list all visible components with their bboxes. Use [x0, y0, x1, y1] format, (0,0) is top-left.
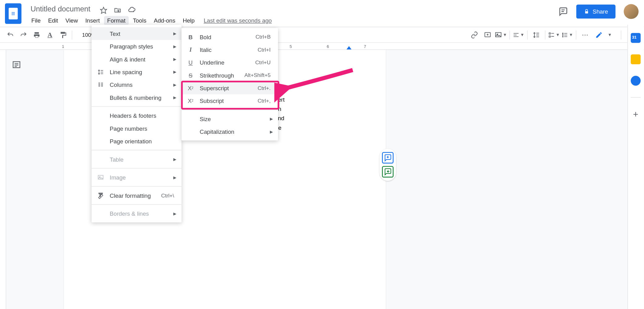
- text-capitalization[interactable]: Capitalization▶: [182, 125, 278, 138]
- format-align-indent[interactable]: Align & indent▶: [92, 53, 182, 66]
- add-comment-button[interactable]: [482, 29, 494, 40]
- underline-icon: U: [187, 58, 195, 67]
- document-outline-button[interactable]: [10, 58, 23, 71]
- strikethrough-icon: S: [187, 71, 195, 79]
- bold-icon: B: [187, 33, 195, 41]
- format-page-orientation[interactable]: Page orientation: [92, 135, 182, 147]
- print-button[interactable]: [31, 29, 43, 40]
- chevron-down-icon: ▼: [608, 32, 612, 37]
- line-spacing-button[interactable]: [530, 29, 542, 40]
- svg-marker-0: [101, 7, 107, 13]
- add-addon-button[interactable]: +: [633, 109, 638, 120]
- format-image: Image▶: [92, 171, 182, 184]
- shortcut-label: Ctrl+I: [258, 47, 271, 53]
- svg-rect-17: [549, 36, 550, 37]
- line-spacing-icon: [97, 68, 105, 76]
- last-edit-link[interactable]: Last edit was seconds ago: [204, 17, 272, 24]
- menu-tools[interactable]: Tools: [130, 16, 150, 25]
- ruler-mark: 7: [364, 44, 366, 49]
- format-line-spacing[interactable]: Line spacing▶: [92, 66, 182, 78]
- undo-button[interactable]: [4, 29, 16, 40]
- redo-button[interactable]: [17, 29, 30, 40]
- text-underline[interactable]: U Underline Ctrl+U: [182, 56, 278, 69]
- format-page-numbers[interactable]: Page numbers: [92, 122, 182, 135]
- docs-logo-icon[interactable]: [5, 3, 21, 24]
- vertical-ruler[interactable]: [0, 50, 6, 309]
- shortcut-label: Ctrl+B: [256, 34, 271, 40]
- clear-format-icon: [97, 191, 105, 200]
- pen-icon: [595, 31, 603, 39]
- text-bold[interactable]: B Bold Ctrl+B: [182, 31, 278, 43]
- share-label: Share: [593, 8, 608, 15]
- menu-file[interactable]: File: [28, 16, 44, 25]
- ruler-mark: 5: [290, 44, 292, 49]
- cloud-status-icon[interactable]: [128, 6, 136, 14]
- format-clear-formatting[interactable]: Clear formatting Ctrl+\: [92, 189, 182, 202]
- share-button[interactable]: Share: [576, 5, 616, 19]
- editing-mode-button[interactable]: ▼: [592, 29, 615, 40]
- checklist-button[interactable]: ▼: [548, 29, 560, 40]
- lock-icon: [584, 9, 590, 15]
- format-table: Table▶: [92, 153, 182, 166]
- side-panel: +: [627, 25, 643, 309]
- menu-help[interactable]: Help: [179, 16, 198, 25]
- shortcut-label: Ctrl+\: [161, 193, 174, 199]
- annotation-highlight: [181, 81, 279, 109]
- bulleted-list-button[interactable]: ▼: [561, 29, 573, 40]
- svg-point-19: [563, 33, 564, 34]
- italic-icon: I: [187, 45, 195, 54]
- image-icon: [97, 173, 105, 182]
- document-title[interactable]: Untitled document: [28, 3, 93, 15]
- align-button[interactable]: ▼: [512, 29, 525, 40]
- menu-insert[interactable]: Insert: [82, 16, 103, 25]
- format-columns[interactable]: Columns▶: [92, 78, 182, 91]
- suggest-edits-pill[interactable]: [382, 166, 393, 177]
- menu-addons[interactable]: Add-ons: [150, 16, 179, 25]
- svg-point-21: [563, 34, 564, 35]
- tasks-app-icon[interactable]: [631, 76, 641, 86]
- svg-point-23: [563, 36, 564, 37]
- paint-format-button[interactable]: [57, 29, 69, 40]
- more-button[interactable]: ⋯: [579, 29, 591, 40]
- format-text[interactable]: Text▶: [92, 27, 182, 40]
- comment-history-icon[interactable]: [558, 6, 568, 16]
- format-headers-footers[interactable]: Headers & footers: [92, 109, 182, 122]
- account-avatar[interactable]: [624, 4, 638, 19]
- text-strikethrough[interactable]: S Strikethrough Alt+Shift+5: [182, 69, 278, 82]
- format-borders-lines: Borders & lines▶: [92, 207, 182, 220]
- svg-rect-3: [585, 11, 588, 14]
- text-size[interactable]: Size▶: [182, 112, 278, 125]
- right-indent-marker[interactable]: [347, 46, 352, 49]
- annotation-arrow: [274, 66, 357, 103]
- shortcut-label: Ctrl+U: [255, 59, 271, 66]
- format-paragraph-styles[interactable]: Paragraph styles▶: [92, 40, 182, 53]
- menu-edit[interactable]: Edit: [45, 16, 61, 25]
- spellcheck-button[interactable]: A: [44, 29, 56, 40]
- format-menu-dropdown: Text▶ Paragraph styles▶ Align & indent▶ …: [92, 25, 182, 222]
- menu-view[interactable]: View: [62, 16, 81, 25]
- keep-app-icon[interactable]: [631, 54, 641, 64]
- insert-image-button[interactable]: ▼: [495, 29, 507, 40]
- star-icon[interactable]: [99, 6, 108, 14]
- columns-icon: [97, 81, 105, 89]
- add-comment-pill[interactable]: [382, 152, 393, 163]
- calendar-app-icon[interactable]: [631, 33, 641, 43]
- ruler-mark: 1: [62, 44, 64, 49]
- ruler-mark: 6: [327, 44, 329, 49]
- shortcut-label: Alt+Shift+5: [244, 72, 271, 78]
- insert-link-button[interactable]: [468, 29, 481, 40]
- svg-rect-15: [549, 33, 550, 34]
- menu-format[interactable]: Format: [104, 16, 129, 25]
- format-bullets-numbering[interactable]: Bullets & numbering▶: [92, 91, 182, 104]
- text-italic[interactable]: I Italic Ctrl+I: [182, 43, 278, 56]
- move-icon[interactable]: [114, 6, 122, 14]
